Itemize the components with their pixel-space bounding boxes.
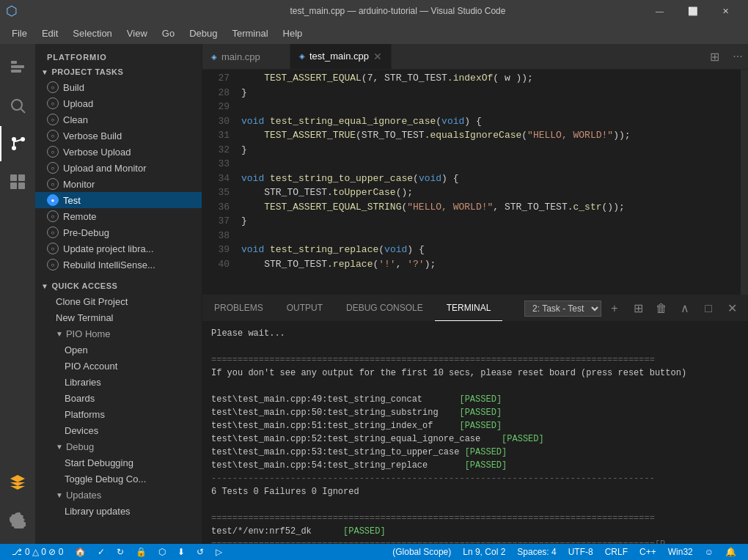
- activity-source-control[interactable]: [0, 126, 35, 161]
- menu-debug[interactable]: Debug: [183, 25, 223, 42]
- split-editor-button[interactable]: ⊞: [704, 46, 725, 67]
- pio-boards[interactable]: Boards: [35, 390, 202, 406]
- activity-settings[interactable]: [0, 503, 35, 538]
- status-eol-label: CRLF: [605, 547, 628, 557]
- terminal-dropdown[interactable]: 2: Task - Test: [524, 301, 601, 317]
- tab-test-main-cpp[interactable]: ◈ test_main.cpp ✕: [290, 44, 392, 69]
- editor-split: 2728293031323334353637383940 TEST_ASSERT…: [202, 70, 748, 295]
- task-clean[interactable]: ○ Clean: [35, 111, 202, 128]
- status-language[interactable]: C++: [634, 544, 662, 560]
- panel-tab-terminal[interactable]: TERMINAL: [435, 295, 503, 321]
- status-eol[interactable]: CRLF: [599, 544, 634, 560]
- minimize-button[interactable]: —: [643, 0, 676, 22]
- status-lock[interactable]: 🔒: [130, 544, 153, 560]
- panel-close-button[interactable]: ✕: [722, 298, 742, 319]
- pio-open[interactable]: Open: [35, 342, 202, 358]
- task-pre-debug-label: Pre-Debug: [63, 227, 109, 238]
- toggle-debug-console[interactable]: Toggle Debug Co...: [35, 471, 202, 487]
- debug-header[interactable]: ▼ Debug: [35, 438, 202, 454]
- task-rebuild-intellisense[interactable]: ○ Rebuild IntelliSense...: [35, 257, 202, 273]
- library-updates[interactable]: Library updates: [35, 503, 202, 519]
- panel-tab-problems[interactable]: PROBLEMS: [202, 295, 275, 321]
- task-verbose-build[interactable]: ○ Verbose Build: [35, 128, 202, 144]
- menu-edit[interactable]: Edit: [36, 25, 64, 42]
- activity-search[interactable]: [0, 88, 35, 123]
- tab-test-main-cpp-close[interactable]: ✕: [373, 51, 382, 62]
- task-monitor-label: Monitor: [63, 179, 95, 190]
- status-play[interactable]: ▷: [210, 544, 228, 560]
- add-terminal-button[interactable]: +: [604, 298, 625, 319]
- panel-tab-debug-console[interactable]: DEBUG CONSOLE: [334, 295, 435, 321]
- close-button[interactable]: ✕: [709, 0, 742, 22]
- status-git[interactable]: ⎇ 0 △ 0 ⊘ 0: [6, 544, 69, 560]
- status-pio[interactable]: ⬡: [153, 544, 172, 560]
- menu-view[interactable]: View: [121, 25, 153, 42]
- status-bell[interactable]: 🔔: [719, 544, 742, 560]
- tab-main-cpp[interactable]: ◈ main.cpp: [202, 44, 290, 69]
- panel-tab-output[interactable]: OUTPUT: [275, 295, 334, 321]
- menu-file[interactable]: File: [6, 25, 33, 42]
- clone-git-project[interactable]: Clone Git Project: [35, 293, 202, 309]
- task-monitor-icon: ○: [47, 178, 59, 190]
- task-test-label: Test: [63, 195, 81, 206]
- task-monitor[interactable]: ○ Monitor: [35, 176, 202, 192]
- more-actions-button[interactable]: ···: [727, 46, 748, 67]
- task-verbose-upload[interactable]: ○ Verbose Upload: [35, 144, 202, 160]
- titlebar: ⬡ test_main.cpp — arduino-tutorial — Vis…: [0, 0, 748, 22]
- status-refresh[interactable]: ↺: [191, 544, 210, 560]
- code-content[interactable]: TEST_ASSERT_EQUAL(7, STR_TO_TEST.indexOf…: [235, 70, 741, 295]
- menu-selection[interactable]: Selection: [67, 25, 117, 42]
- scrollbar-track[interactable]: [741, 70, 748, 295]
- status-platform[interactable]: Win32: [662, 544, 699, 560]
- project-tasks-header[interactable]: ▼ PROJECT TASKS: [35, 65, 202, 79]
- updates-header[interactable]: ▼ Updates: [35, 487, 202, 503]
- svg-point-7: [12, 146, 16, 150]
- task-update-libraries[interactable]: ○ Update project libra...: [35, 240, 202, 257]
- pio-libraries[interactable]: Libraries: [35, 374, 202, 390]
- status-spaces[interactable]: Spaces: 4: [511, 544, 562, 560]
- status-encoding[interactable]: UTF-8: [562, 544, 599, 560]
- task-upload-monitor[interactable]: ○ Upload and Monitor: [35, 160, 202, 176]
- status-scope[interactable]: (Global Scope): [386, 544, 457, 560]
- svg-rect-0: [11, 61, 17, 64]
- menu-terminal[interactable]: Terminal: [226, 25, 274, 42]
- activity-platformio[interactable]: [0, 465, 35, 500]
- activity-extensions[interactable]: [0, 164, 35, 199]
- status-home[interactable]: 🏠: [69, 544, 92, 560]
- status-cursor[interactable]: Ln 9, Col 2: [457, 544, 511, 560]
- pio-home-header[interactable]: ▼ PIO Home: [35, 325, 202, 342]
- panel-collapse-button[interactable]: ∧: [675, 298, 695, 319]
- pio-devices[interactable]: Devices: [35, 422, 202, 438]
- status-check[interactable]: ✓: [92, 544, 111, 560]
- start-debugging[interactable]: Start Debugging: [35, 454, 202, 471]
- task-pre-debug[interactable]: ○ Pre-Debug: [35, 224, 202, 240]
- pio-account[interactable]: PIO Account: [35, 358, 202, 374]
- activity-explorer[interactable]: [0, 50, 35, 85]
- quick-access-header[interactable]: ▼ QUICK ACCESS: [35, 279, 202, 293]
- menu-help[interactable]: Help: [277, 25, 309, 42]
- panel-maximize-button[interactable]: □: [698, 298, 719, 319]
- status-smiley[interactable]: ☺: [699, 544, 719, 560]
- terminal-line: [211, 498, 739, 512]
- menu-go[interactable]: Go: [156, 25, 180, 42]
- task-upload[interactable]: ○ Upload: [35, 95, 202, 111]
- task-build-label: Build: [63, 82, 84, 93]
- code-area[interactable]: 2728293031323334353637383940 TEST_ASSERT…: [202, 70, 748, 295]
- status-sync[interactable]: ↻: [111, 544, 130, 560]
- task-build[interactable]: ○ Build: [35, 79, 202, 95]
- split-terminal-button[interactable]: ⊞: [628, 298, 648, 319]
- terminal-line: 6 Tests 0 Failures 0 Ignored: [211, 485, 739, 498]
- task-remote[interactable]: ○ Remote: [35, 208, 202, 224]
- task-upload-label: Upload: [63, 98, 93, 109]
- new-terminal[interactable]: New Terminal: [35, 309, 202, 325]
- status-download[interactable]: ⬇: [172, 544, 191, 560]
- svg-rect-8: [10, 174, 17, 181]
- task-update-libraries-icon: ○: [47, 243, 59, 254]
- terminal-line: [211, 380, 739, 393]
- terminal-content[interactable]: Please wait... =========================…: [202, 321, 748, 544]
- maximize-button[interactable]: ⬜: [676, 0, 709, 22]
- pio-platforms[interactable]: Platforms: [35, 406, 202, 422]
- task-test[interactable]: ● Test: [35, 192, 202, 208]
- kill-terminal-button[interactable]: 🗑: [651, 298, 672, 319]
- svg-rect-11: [18, 183, 25, 189]
